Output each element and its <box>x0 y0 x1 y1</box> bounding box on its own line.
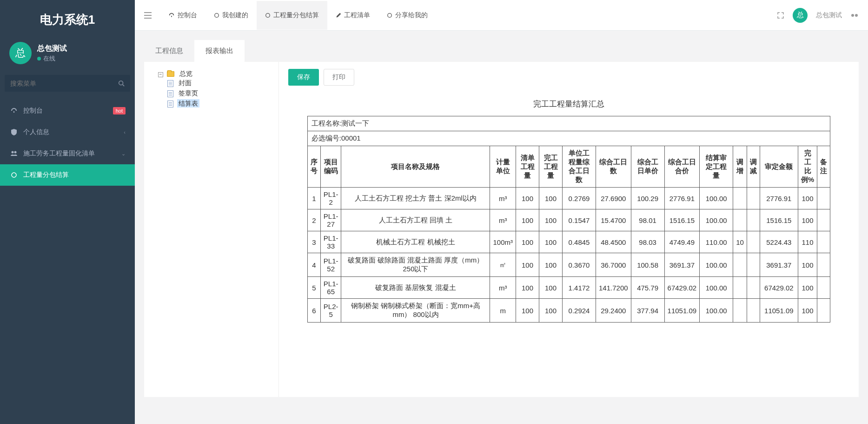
topnav-label: 我创建的 <box>222 11 248 20</box>
cell-unit: m <box>490 299 516 323</box>
workspace: − 总览 封面 <box>144 62 859 397</box>
cell-q1: 100 <box>516 231 539 253</box>
cell-pct: 100 <box>798 299 817 323</box>
cell-q2: 100 <box>539 299 563 323</box>
search-box[interactable] <box>5 75 130 92</box>
cell-seq: 5 <box>307 277 320 299</box>
print-button[interactable]: 打印 <box>324 69 354 86</box>
content: 工程信息 报表输出 − 总览 <box>135 31 868 424</box>
cell-inc <box>733 209 747 231</box>
col-dec: 调减 <box>747 146 760 188</box>
table-row: 4PL1-52破复路面 破除路面 混凝土路面 厚度（mm） 250以下㎡1001… <box>307 253 830 277</box>
topnav-created[interactable]: 我创建的 <box>205 1 257 30</box>
cell-pct: 100 <box>798 253 817 277</box>
sidebar-item-dashboard[interactable]: 控制台 hot <box>0 100 135 121</box>
tree-item-cover[interactable]: 封面 <box>167 78 274 88</box>
sidebar-item-settlement[interactable]: 工程量分包结算 <box>0 164 135 186</box>
sidebar-item-label: 施工劳务工程量固化清单 <box>23 149 95 158</box>
svg-point-11 <box>851 14 854 17</box>
report-pane: 保存 打印 完工工程量结算汇总 工程名称:测试一下 <box>279 62 859 397</box>
cell-aq: 100.00 <box>700 299 733 323</box>
cell-note <box>817 231 830 253</box>
svg-point-10 <box>388 13 392 17</box>
cell-amt: 67429.02 <box>760 277 798 299</box>
cell-aq: 100.00 <box>700 209 733 231</box>
cell-name: 机械土石方工程 机械挖土 <box>341 231 490 253</box>
cell-p: 98.01 <box>631 209 664 231</box>
cell-code: PL1-65 <box>320 277 341 299</box>
topbar: 控制台 我创建的 工程量分包结算 工程清单 分享给我的 <box>135 0 868 31</box>
cell-p: 377.94 <box>631 299 664 323</box>
cell-sum: 11051.09 <box>664 299 700 323</box>
app-title-wrap: 电力系统1 <box>0 0 135 37</box>
cell-d: 141.7200 <box>596 277 631 299</box>
search-icon[interactable] <box>118 80 125 87</box>
gears-icon[interactable] <box>850 12 859 19</box>
sidebar-item-profile[interactable]: 个人信息 ‹ <box>0 121 135 143</box>
circle-o-icon <box>9 172 19 178</box>
save-button[interactable]: 保存 <box>288 69 319 86</box>
topnav-dashboard[interactable]: 控制台 <box>160 1 205 30</box>
dashboard-icon <box>9 107 19 114</box>
svg-point-8 <box>215 13 219 17</box>
main: 控制台 我创建的 工程量分包结算 工程清单 分享给我的 <box>135 0 868 424</box>
topnav-label: 分享给我的 <box>395 11 428 20</box>
topnav-label: 工程清单 <box>344 11 370 20</box>
cell-aq: 110.00 <box>700 231 733 253</box>
col-note: 备注 <box>817 146 830 188</box>
cell-seq: 2 <box>307 209 320 231</box>
svg-point-12 <box>855 14 858 17</box>
cell-d: 36.7000 <box>596 253 631 277</box>
cell-amt: 2776.91 <box>760 188 798 209</box>
tab-report-output[interactable]: 报表输出 <box>194 40 245 62</box>
menu-toggle-icon[interactable] <box>144 12 152 19</box>
cell-d: 27.6900 <box>596 188 631 209</box>
sidebar-item-labor-list[interactable]: 施工劳务工程量固化清单 ⌄ <box>0 143 135 164</box>
topnav-list[interactable]: 工程清单 <box>327 1 378 30</box>
col-days: 综合工日数 <box>596 146 631 188</box>
sidebar-item-label: 个人信息 <box>23 128 49 136</box>
cell-amt: 3691.37 <box>760 253 798 277</box>
col-sum: 综合工日合价 <box>664 146 700 188</box>
inner-tabs: 工程信息 报表输出 <box>144 40 859 62</box>
topbar-avatar[interactable]: 总 <box>793 8 808 23</box>
cell-q2: 100 <box>539 231 563 253</box>
search-input[interactable] <box>10 80 118 87</box>
topnav-shared[interactable]: 分享给我的 <box>378 1 436 30</box>
cell-q1: 100 <box>516 209 539 231</box>
table-row: 1PL1-2人工土石方工程 挖土方 普土 深2ml以内m³1001000.276… <box>307 188 830 209</box>
expand-icon[interactable] <box>777 12 784 19</box>
cell-pct: 100 <box>798 209 817 231</box>
cell-name: 人工土石方工程 挖土方 普土 深2ml以内 <box>341 188 490 209</box>
col-audit-qty: 结算审定工程量 <box>700 146 733 188</box>
cell-u: 1.4172 <box>563 277 596 299</box>
col-unit: 计量单位 <box>490 146 516 188</box>
cell-q2: 100 <box>539 253 563 277</box>
tree-item-settlement[interactable]: 结算表 <box>167 99 274 109</box>
report-title: 完工工程量结算汇总 <box>307 99 830 109</box>
cell-sum: 3691.37 <box>664 253 700 277</box>
cell-sum: 2776.91 <box>664 188 700 209</box>
user-panel[interactable]: 总 总包测试 在线 <box>0 37 135 71</box>
cell-unit: ㎡ <box>490 253 516 277</box>
topbar-user-name[interactable]: 总包测试 <box>816 11 842 20</box>
collapse-icon[interactable]: − <box>158 72 163 77</box>
tree-item-seal[interactable]: 签章页 <box>167 88 274 99</box>
cell-q2: 100 <box>539 188 563 209</box>
topnav-settlement[interactable]: 工程量分包结算 <box>257 1 327 30</box>
topbar-right: 总 总包测试 <box>777 8 859 23</box>
cell-note <box>817 277 830 299</box>
tree-root[interactable]: − 总览 封面 <box>158 69 274 110</box>
cell-unit: 100m³ <box>490 231 516 253</box>
cell-inc <box>733 299 747 323</box>
table-row: 5PL1-65破复路面 基层恢复 混凝土m³1001001.4172141.72… <box>307 277 830 299</box>
tab-project-info[interactable]: 工程信息 <box>144 40 194 62</box>
report-table: 工程名称:测试一下 必选编号:00001 <box>307 116 830 323</box>
file-icon <box>167 101 173 108</box>
cell-q1: 100 <box>516 253 539 277</box>
cell-aq: 100.00 <box>700 253 733 277</box>
svg-point-4 <box>12 173 16 177</box>
shield-icon <box>9 128 19 136</box>
cell-note <box>817 299 830 323</box>
cell-name: 钢制桥架 钢制梯式桥架（断面：宽mm+高mm） 800以内 <box>341 299 490 323</box>
